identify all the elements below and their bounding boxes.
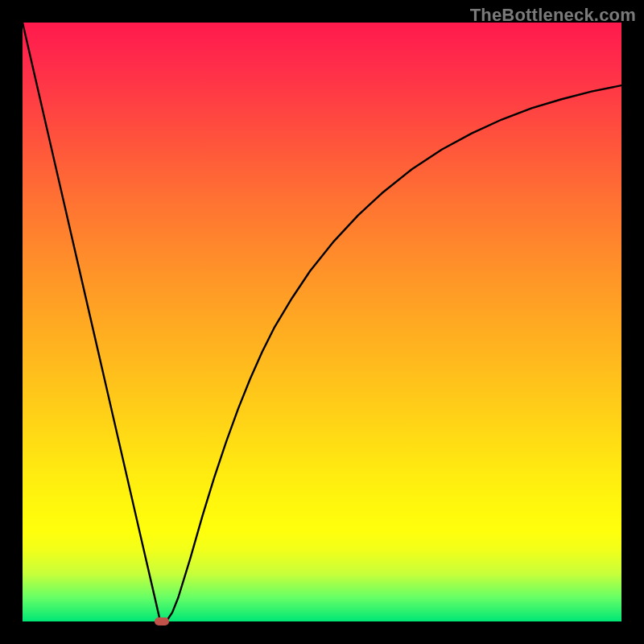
optimum-marker — [155, 617, 169, 625]
chart-frame: TheBottleneck.com — [0, 0, 644, 644]
plot-area — [23, 23, 621, 621]
bottleneck-curve — [23, 23, 621, 621]
